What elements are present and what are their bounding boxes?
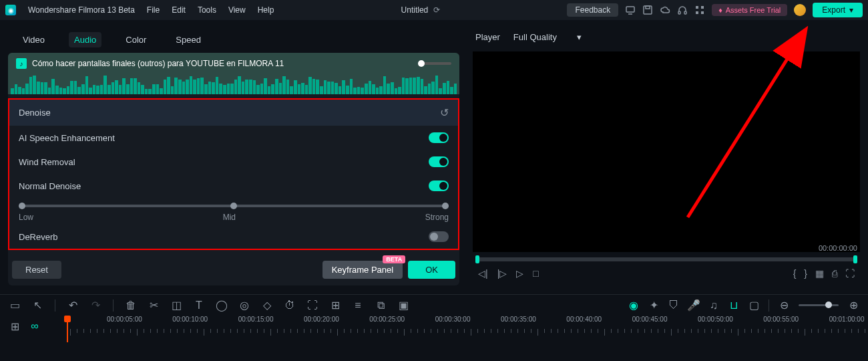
svg-rect-5 — [684, 11, 686, 14]
video-preview[interactable] — [473, 51, 860, 252]
ruler-mark: 00:00:20:00 — [304, 316, 339, 323]
menu-edit[interactable]: Edit — [172, 5, 186, 15]
color-icon[interactable]: ◎ — [239, 300, 250, 311]
magnet-icon[interactable]: ⊔ — [728, 300, 739, 311]
skip-back-icon[interactable]: |▷ — [497, 268, 507, 279]
wind-removal-toggle[interactable] — [429, 156, 449, 167]
svg-rect-2 — [644, 6, 652, 14]
normal-denoise-label: Normal Denoise — [19, 181, 81, 191]
properties-panel: Video Audio Color Speed ♪ Cómo hacer pan… — [0, 20, 467, 294]
normal-denoise-toggle[interactable] — [429, 180, 449, 191]
pointer-tool-icon[interactable]: ↖ — [32, 300, 43, 311]
quality-dropdown[interactable]: Full Quality ▾ — [513, 32, 582, 42]
ruler-mark: 00:00:50:00 — [698, 316, 733, 323]
fullscreen-icon[interactable]: ⛶ — [845, 268, 855, 279]
ruler-mark: 00:00:15:00 — [238, 316, 274, 323]
stop-icon[interactable]: □ — [533, 268, 538, 279]
render-icon[interactable]: ▣ — [398, 300, 409, 311]
timeline-ruler[interactable]: 00:00:05:0000:00:10:0000:00:15:0000:00:2… — [67, 316, 868, 356]
delete-icon[interactable]: 🗑 — [126, 300, 136, 311]
text-icon[interactable]: T — [194, 300, 204, 311]
ai-icon[interactable]: ◉ — [628, 300, 639, 311]
keyframe-icon[interactable]: ◇ — [262, 300, 272, 311]
timeline-toolbar: ▭ ↖ ↶ ↷ 🗑 ✂ ◫ T ◯ ◎ ◇ ⏱ ⛶ ⊞ ≡ ⧉ ▣ ◉ ✦ ⛉ … — [0, 294, 868, 316]
play-icon[interactable]: ▷ — [516, 268, 523, 279]
svg-rect-4 — [678, 11, 680, 14]
shield-icon[interactable]: ⛉ — [668, 300, 679, 311]
menu-help[interactable]: Help — [258, 5, 274, 15]
prev-frame-icon[interactable]: ◁| — [478, 268, 488, 279]
dereverb-toggle[interactable] — [429, 231, 449, 242]
expand-icon[interactable]: ⛶ — [307, 300, 318, 311]
assets-free-trial-button[interactable]: ♦ Assets Free Trial — [712, 4, 787, 16]
ruler-mark: 00:00:55:00 — [763, 316, 799, 323]
player-timecode: 00:00:00:00 — [819, 244, 857, 252]
zoom-in-icon[interactable]: ⊕ — [848, 300, 859, 311]
compare-icon[interactable]: ▦ — [815, 268, 824, 279]
slider-label-strong: Strong — [425, 213, 449, 222]
audio-clip-header: ♪ Cómo hacer pantallas finales (outros) … — [8, 53, 459, 74]
menu-tools[interactable]: Tools — [198, 5, 216, 15]
sparkle-icon[interactable]: ✦ — [648, 300, 659, 311]
tab-audio[interactable]: Audio — [69, 32, 101, 47]
snapshot-icon[interactable]: ⎙ — [832, 268, 837, 279]
slider-label-low: Low — [19, 213, 33, 222]
headphones-icon[interactable] — [677, 5, 688, 15]
menu-file[interactable]: File — [147, 5, 160, 15]
marker-icon[interactable]: ▢ — [748, 300, 759, 311]
denoise-section: Denoise ↺ AI Speech Enhancement Wind Rem… — [8, 98, 459, 250]
music-tool-icon[interactable]: ♫ — [708, 300, 719, 311]
diamond-icon: ♦ — [718, 6, 722, 14]
app-logo: ◉ — [5, 5, 16, 15]
reset-button[interactable]: Reset — [12, 261, 61, 279]
undo-icon[interactable]: ↶ — [67, 300, 78, 311]
select-tool-icon[interactable]: ▭ — [9, 300, 20, 311]
mark-in-icon[interactable]: { — [793, 268, 797, 279]
crop-icon[interactable]: ◫ — [171, 300, 182, 311]
player-scrubber[interactable]: 00:00:00:00 — [470, 255, 863, 264]
document-title: Untitled — [401, 5, 429, 15]
denoise-strength-slider[interactable] — [19, 205, 449, 207]
ruler-mark: 00:00:05:00 — [107, 316, 142, 323]
ok-button[interactable]: OK — [408, 261, 455, 279]
zoom-slider[interactable] — [799, 304, 839, 306]
filters-icon[interactable]: ≡ — [353, 300, 363, 311]
timeline: ⊞ ∞ 00:00:05:0000:00:10:0000:00:15:0000:… — [0, 316, 868, 356]
tab-video[interactable]: Video — [17, 32, 50, 47]
ai-speech-toggle[interactable] — [429, 132, 449, 143]
user-avatar[interactable] — [794, 4, 806, 16]
cloud-icon[interactable] — [660, 5, 670, 15]
ruler-mark: 00:00:10:00 — [172, 316, 208, 323]
chevron-down-icon: ▾ — [849, 5, 853, 15]
link-icon[interactable]: ∞ — [29, 321, 40, 332]
denoise-strength-slider-row: Low Mid Strong — [9, 198, 458, 225]
feedback-button[interactable]: Feedback — [567, 3, 618, 17]
dereverb-row: DeReverb — [9, 225, 458, 249]
track-options-icon[interactable]: ⊞ — [9, 321, 20, 332]
tab-speed[interactable]: Speed — [170, 32, 206, 47]
ruler-mark: 00:01:00:00 — [829, 316, 865, 323]
save-icon[interactable] — [642, 5, 653, 15]
keyframe-panel-button[interactable]: Keyframe Panel BETA — [322, 261, 403, 279]
speed-icon[interactable]: ◯ — [216, 300, 227, 311]
mic-icon[interactable]: 🎤 — [688, 300, 699, 311]
redo-icon[interactable]: ↷ — [90, 300, 101, 311]
adjust-icon[interactable]: ⊞ — [330, 300, 341, 311]
clip-progress-slider[interactable] — [418, 62, 451, 65]
zoom-out-icon[interactable]: ⊖ — [779, 300, 789, 311]
slider-label-mid: Mid — [223, 213, 236, 222]
cloud-sync-icon[interactable]: ⟳ — [433, 5, 440, 15]
dereverb-label: DeReverb — [19, 232, 58, 242]
ruler-mark: 00:00:25:00 — [369, 316, 405, 323]
property-tabs: Video Audio Color Speed — [5, 25, 462, 53]
apps-icon[interactable] — [694, 5, 705, 15]
timer-icon[interactable]: ⏱ — [284, 300, 295, 311]
mark-out-icon[interactable]: } — [804, 268, 807, 279]
monitor-icon[interactable] — [625, 5, 636, 15]
cut-icon[interactable]: ✂ — [148, 300, 159, 311]
tab-color[interactable]: Color — [120, 32, 152, 47]
reset-icon[interactable]: ↺ — [440, 106, 449, 119]
group-icon[interactable]: ⧉ — [375, 300, 386, 311]
menu-view[interactable]: View — [228, 5, 246, 15]
export-button[interactable]: Export ▾ — [813, 3, 863, 17]
